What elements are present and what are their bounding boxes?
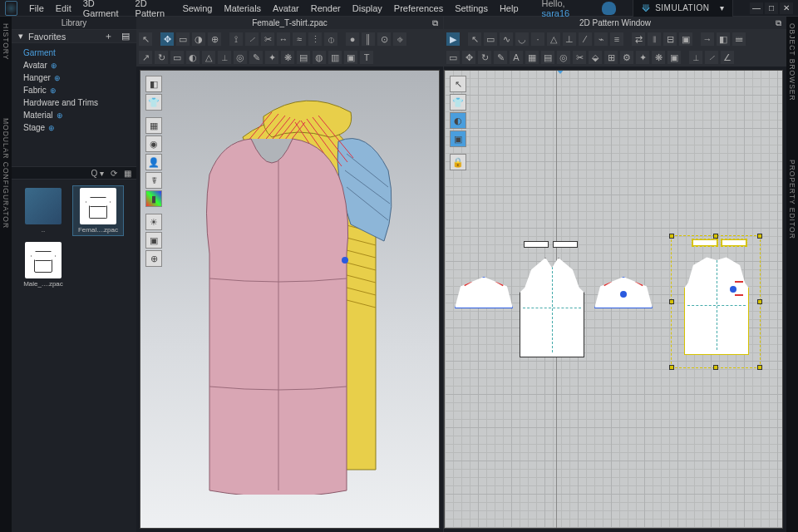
- tool-gizmo[interactable]: ⊕: [207, 32, 222, 47]
- tool-orbit[interactable]: ↻: [154, 50, 169, 65]
- menu-preferences[interactable]: Preferences: [394, 3, 443, 13]
- menu-file[interactable]: File: [29, 3, 44, 13]
- favorites-menu-icon[interactable]: ▤: [121, 31, 130, 42]
- tool2d-measure2[interactable]: ⟋: [704, 50, 719, 65]
- tab-property-editor[interactable]: PROPERTY EDITOR: [788, 160, 796, 239]
- tab-modular-configurator[interactable]: MODULAR CONFIGURATOR: [2, 118, 10, 229]
- tool2d-rect[interactable]: ▭: [483, 32, 498, 47]
- tool-thread[interactable]: ≈: [292, 32, 307, 47]
- thumb-up-folder[interactable]: ..: [18, 186, 68, 235]
- garment-3d-model[interactable]: [164, 79, 397, 495]
- tool2d-arrow[interactable]: →: [700, 32, 715, 47]
- tab-object-browser[interactable]: OBJECT BROWSER: [788, 23, 796, 101]
- pattern-sleeve-left[interactable]: [455, 277, 513, 308]
- view-avatar-icon[interactable]: 👤: [145, 154, 162, 170]
- tool2d-compare[interactable]: ⩸: [732, 32, 746, 47]
- tool2d-rotate[interactable]: ↻: [477, 50, 492, 65]
- tool2d-point[interactable]: ·: [530, 32, 545, 47]
- tool-select-lasso[interactable]: ◑: [191, 32, 206, 47]
- app-logo[interactable]: [5, 1, 17, 16]
- menu-avatar[interactable]: Avatar: [273, 3, 299, 13]
- tree-hardware-trims[interactable]: Hardware and Trims: [12, 96, 136, 109]
- tool2d-cursor[interactable]: ▶: [446, 32, 461, 47]
- canvas-2d[interactable]: ↖ 👕 ◐ ▣ 🔒: [444, 70, 783, 529]
- tool-measure[interactable]: ⟂: [217, 50, 232, 65]
- tool2d-fold[interactable]: ⦀: [647, 32, 662, 47]
- tool2d-iron[interactable]: ⬙: [588, 50, 603, 65]
- tool2d-ai[interactable]: ⚙: [619, 50, 634, 65]
- view-camera-icon[interactable]: ▣: [145, 232, 162, 249]
- tool-arrange[interactable]: ↗: [138, 50, 153, 65]
- menu-sewing[interactable]: Sewing: [182, 3, 212, 13]
- tool2d-angle[interactable]: ∠: [720, 50, 735, 65]
- tool-deco2[interactable]: ❋: [280, 50, 295, 65]
- tool-button[interactable]: ●: [345, 32, 360, 47]
- tool2d-select[interactable]: ↖: [467, 32, 482, 47]
- tool2d-line[interactable]: ∕: [578, 32, 593, 47]
- tree-hanger[interactable]: Hanger⊕: [12, 71, 136, 84]
- pattern-back-body[interactable]: [684, 255, 749, 355]
- tool2d-dart[interactable]: △: [546, 32, 561, 47]
- tool-panel[interactable]: ▤: [296, 50, 311, 65]
- grid-view-icon[interactable]: ▦: [124, 169, 131, 178]
- tree-stage[interactable]: Stage⊕: [12, 121, 136, 134]
- tree-avatar[interactable]: Avatar⊕: [12, 59, 136, 71]
- view-stress-icon[interactable]: ◉: [145, 135, 162, 152]
- favorites-row[interactable]: ▾ Favorites ＋ ▤: [12, 30, 136, 43]
- tool2d-align[interactable]: ⊟: [663, 32, 677, 47]
- tool-dart[interactable]: △: [201, 50, 216, 65]
- view-tshirt-icon[interactable]: 👕: [145, 94, 162, 111]
- pattern-sleeve-right[interactable]: [594, 277, 653, 308]
- menu-render[interactable]: Render: [311, 3, 341, 13]
- tab-3d[interactable]: Female_T-shirt.zpac⧉: [136, 17, 443, 30]
- tool2d-sew[interactable]: ⇄: [631, 32, 646, 47]
- menu-materials[interactable]: Materials: [224, 3, 261, 13]
- tool-collar[interactable]: ◐: [185, 50, 200, 65]
- tool2d-shape[interactable]: ▭: [446, 50, 461, 65]
- tool-tack[interactable]: ⊙: [377, 32, 392, 47]
- window-close-icon[interactable]: ✕: [780, 2, 793, 14]
- tool2d-deco[interactable]: ✦: [635, 50, 650, 65]
- tool2d-measure1[interactable]: ⟂: [688, 50, 703, 65]
- tool2d-curve[interactable]: ∿: [499, 32, 514, 47]
- menu-2d-pattern[interactable]: 2D Pattern: [135, 0, 171, 18]
- tool2d-ring[interactable]: ◎: [556, 50, 571, 65]
- tool-deco1[interactable]: ✦: [264, 50, 279, 65]
- pattern-collar-tab[interactable]: [553, 241, 578, 248]
- pattern-collar-tab-back[interactable]: [692, 239, 717, 246]
- menu-help[interactable]: Help: [500, 3, 519, 13]
- tool-select-rect[interactable]: ▭: [175, 32, 190, 47]
- tool2d-style[interactable]: ❋: [651, 50, 666, 65]
- tool2d-text[interactable]: A: [509, 50, 524, 65]
- tool-scissors[interactable]: ✂: [260, 32, 275, 47]
- tool-rect[interactable]: ▭: [170, 50, 185, 65]
- tool2d-trace[interactable]: ⌁: [594, 32, 608, 47]
- tool-needle[interactable]: ⟋: [244, 32, 259, 47]
- tab-history[interactable]: HISTORY: [2, 23, 10, 60]
- tool2d-print[interactable]: ▣: [667, 50, 682, 65]
- thumb-male-tshirt[interactable]: Male_....zpac: [18, 240, 68, 289]
- view-shaded-icon[interactable]: ◧: [145, 76, 162, 92]
- menu-edit[interactable]: Edit: [56, 3, 71, 13]
- tool-length[interactable]: ↔: [276, 32, 291, 47]
- tool2d-label[interactable]: ◧: [716, 32, 731, 47]
- tool-fold[interactable]: ⦶: [323, 32, 338, 47]
- view-globe-icon[interactable]: ⊕: [145, 250, 162, 267]
- tool2d-seam[interactable]: ≡: [609, 32, 624, 47]
- view-strain-icon[interactable]: ▮: [145, 190, 162, 207]
- menu-3d-garment[interactable]: 3D Garment: [83, 0, 124, 18]
- tool-zipper[interactable]: ║: [361, 32, 376, 47]
- canvas-3d[interactable]: ◧ 👕 ▦ ◉ 👤 ☤ ▮ ☀ ▣ ⊕: [140, 70, 440, 529]
- tool2d-move[interactable]: ✥: [461, 50, 476, 65]
- tool-attach[interactable]: ⎆: [392, 32, 407, 47]
- search-icon[interactable]: Q ▾: [91, 169, 104, 178]
- tool-compass[interactable]: ◎: [233, 50, 248, 65]
- tree-garment[interactable]: Garment: [12, 47, 136, 59]
- menu-display[interactable]: Display: [352, 3, 382, 13]
- tool-object[interactable]: ◍: [312, 50, 327, 65]
- cloud-sync-icon[interactable]: [602, 2, 615, 15]
- refresh-icon[interactable]: ⟳: [111, 169, 117, 178]
- tab-popout-icon[interactable]: ⧉: [432, 18, 438, 28]
- tool2d-edit[interactable]: ✎: [493, 50, 508, 65]
- tool-text[interactable]: T: [359, 50, 374, 65]
